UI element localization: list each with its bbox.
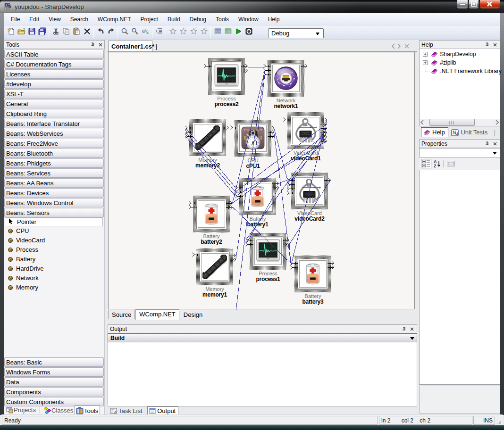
svg-text:u: u <box>455 131 458 136</box>
svg-text:Z: Z <box>434 164 437 168</box>
svg-text:a: a <box>142 28 145 33</box>
svg-text:b: b <box>145 28 148 33</box>
svg-text:SD: SD <box>5 7 9 10</box>
svg-text:?: ? <box>426 131 428 135</box>
